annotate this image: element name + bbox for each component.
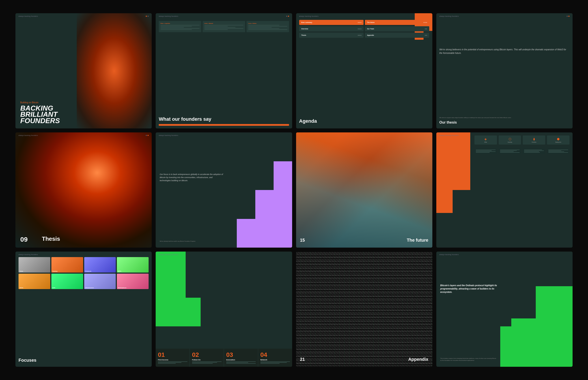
content-line (548, 151, 564, 152)
dot (426, 35, 427, 36)
pillar-name-what: What (476, 141, 496, 143)
slide-number-09: always backing founders 09 Thesis (16, 133, 152, 247)
nav-dot-2 (568, 16, 570, 17)
pillar-card-investing: ⬡ Investing (499, 135, 521, 145)
brand-label: always backing founders (159, 135, 178, 136)
dot (359, 22, 360, 23)
card-line (248, 28, 279, 29)
card-line (204, 29, 228, 30)
slide-number: 15 (300, 238, 305, 243)
pillar-content-4 (547, 148, 570, 154)
slide-label: Thesis (42, 235, 60, 242)
agenda-item-future: The future (365, 20, 429, 25)
card-line (204, 28, 243, 29)
agenda-grid: Exec summary The future Overview (299, 20, 429, 38)
card-line (160, 25, 199, 25)
agenda-label-exec: Exec summary (301, 22, 312, 23)
content-line (500, 151, 517, 151)
dot (359, 35, 360, 36)
desc-line (226, 362, 248, 363)
num-item-02: 02 Follow On (190, 349, 224, 367)
pillar-card-deployment: ⬢ Deployment (547, 135, 570, 145)
card-label-1: Brian + Logarithm (160, 23, 199, 24)
thesis-text: We're strong believers in the potential … (439, 48, 566, 54)
green-block-cutout-1 (536, 252, 572, 286)
focus-cell-protocols: Protocols (84, 257, 116, 272)
dot (425, 22, 426, 23)
glitch-lines (296, 252, 432, 367)
dot (360, 35, 361, 36)
num-label-04: Network (260, 359, 290, 361)
agenda-item-thesis: Thesis (299, 33, 364, 38)
agenda-dots (424, 22, 427, 23)
brand-label: always backing founders (159, 254, 178, 255)
content-line (500, 150, 520, 150)
cover-subtitle: Building on Bitcoin (20, 101, 86, 104)
focus-cell-daos: DAOs (18, 274, 50, 289)
card-line (248, 25, 279, 25)
content-line (524, 151, 544, 151)
focus-cell-tools: Tools (18, 257, 50, 272)
slide-cover: always backing founders Building on Bitc… (16, 13, 152, 128)
pillar-icon-deployment: ⬢ (548, 137, 568, 141)
focus-label-marketplaces: Marketplaces (118, 287, 126, 288)
green-block-2 (186, 298, 201, 327)
dot (426, 22, 427, 23)
pixel-block-3 (255, 190, 274, 219)
num-label-01: First Access (158, 359, 187, 361)
num-label-03: Innovation (226, 359, 256, 361)
founder-card-3: Lucas + Rothon (247, 21, 289, 32)
nav-dots (146, 16, 149, 17)
focus-main-text: Our focus is to back entrepreneurs globa… (160, 173, 224, 182)
card-line (160, 26, 192, 26)
focus-label-gaming: Gaming (53, 270, 57, 272)
dot (358, 35, 359, 36)
content-line (548, 152, 568, 153)
content-line (476, 152, 490, 153)
slide-header: always backing founders (159, 254, 289, 255)
dot (358, 22, 359, 23)
pillar-content-3 (523, 148, 545, 154)
brand-label: always backing founders (18, 16, 38, 17)
focus-label-tools: Tools (20, 270, 23, 272)
thesis-body-text: We're strong believers in the potential … (439, 48, 570, 55)
slide-number: 09 (20, 236, 28, 243)
num-label-02: Follow On (192, 359, 222, 361)
nav-dot-2 (147, 135, 149, 136)
brand-label: always backing founders (439, 254, 459, 255)
content-line (524, 150, 542, 150)
thesis-section-title: Our thesis (439, 120, 457, 124)
desc-line (192, 361, 222, 362)
focuses-section-title: Focuses (18, 358, 36, 363)
slide-focus: always backing founders Our focus is to … (156, 133, 292, 247)
focus-cell-marketplaces: Marketplaces (117, 274, 149, 289)
pillar-content-1 (474, 148, 497, 154)
pixel-block-2 (237, 219, 255, 248)
cover-title: BACKING BRILLIANT FOUNDERS (20, 105, 86, 124)
slide-bitcoin-ordinals: always backing founders Bitcoin's layers… (436, 252, 572, 367)
desc-line (158, 361, 187, 362)
brand-label: always backing founders (159, 16, 178, 17)
nav-dots (567, 16, 570, 17)
agenda-dots (358, 22, 361, 23)
slide-our-thesis: always backing founders We're strong bel… (436, 13, 572, 128)
nav-dot-1 (286, 16, 287, 17)
agenda-dots (358, 28, 361, 29)
pixel-blocks-container (231, 133, 292, 247)
desc-line (226, 363, 256, 364)
card-label-3: Lucas + Rothon (248, 23, 287, 24)
orange-accent-block (436, 133, 470, 190)
nav-dot-1 (567, 16, 568, 17)
pillar-name-founders: Founders (524, 141, 544, 143)
pillar-card-what: ◈ What (474, 135, 497, 145)
card-line (248, 26, 287, 26)
pillar-card-founders: ⧫ Founders (523, 135, 545, 145)
card-line (160, 27, 184, 28)
agenda-item-overview: Overview (299, 26, 364, 31)
desc-line (158, 362, 181, 363)
agenda-section-title: Agenda (299, 118, 317, 124)
slide-number: 21 (300, 357, 305, 362)
focus-label-nfts: NFTs (118, 270, 121, 272)
card-line (204, 25, 243, 25)
slide-pillars: always backing founders ◈ What ⬡ Investi… (436, 133, 572, 247)
